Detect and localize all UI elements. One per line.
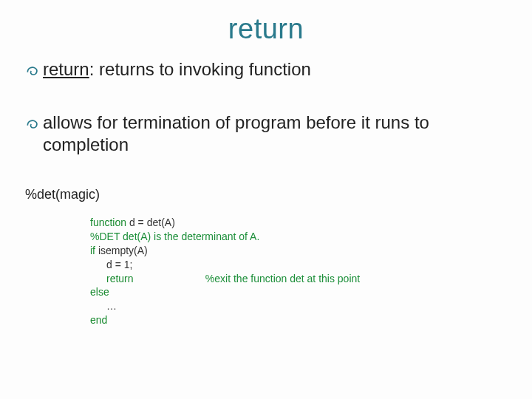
code-line: %DET det(A) is the determinant of A.: [90, 230, 507, 244]
code-line: end: [90, 313, 507, 327]
code-gap: [134, 273, 205, 284]
code-keyword: end: [90, 314, 107, 326]
code-text: d = det(A): [126, 216, 175, 228]
code-comment: %exit the function det at this point: [205, 272, 360, 286]
det-magic-label: %det(magic): [25, 187, 507, 202]
code-text: d = 1;: [106, 259, 132, 270]
bullet-list: return: returns to invoking function all…: [25, 58, 507, 156]
code-line: return %exit the function det at this po…: [90, 272, 507, 286]
code-line: else: [90, 285, 507, 299]
swirl-icon: [25, 61, 40, 79]
bullet-rest: : returns to invoking function: [89, 59, 311, 79]
bullet-term: return: [43, 59, 89, 79]
code-keyword: function: [90, 216, 126, 228]
code-text: …: [106, 300, 117, 312]
code-line: if isempty(A): [90, 244, 507, 258]
code-line: d = 1;: [90, 258, 507, 272]
code-block: function d = det(A) %DET det(A) is the d…: [90, 216, 507, 327]
code-keyword: else: [90, 286, 109, 298]
code-text: isempty(A): [95, 245, 148, 256]
bullet-item: return: returns to invoking function: [25, 58, 507, 81]
bullet-item: allows for termination of program before…: [25, 112, 507, 156]
bullet-text: allows for termination of program before…: [43, 112, 507, 156]
code-keyword: if: [90, 245, 95, 256]
code-line: function d = det(A): [90, 216, 507, 230]
slide: return return: returns to invoking funct…: [0, 0, 532, 399]
code-line: …: [90, 299, 507, 313]
bullet-text: return: returns to invoking function: [43, 58, 507, 81]
swirl-icon: [25, 115, 40, 132]
code-keyword: return: [106, 273, 134, 284]
slide-title: return: [25, 13, 507, 45]
code-comment: %DET det(A) is the determinant of A.: [90, 231, 259, 242]
